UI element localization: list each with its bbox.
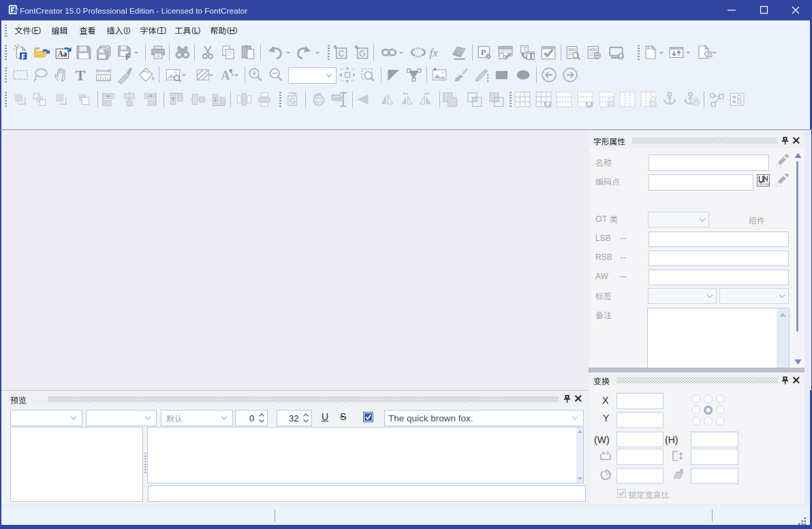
svg-text:abc: abc xyxy=(589,46,598,52)
svg-text:UNICODE: UNICODE xyxy=(758,183,770,186)
svg-text:C: C xyxy=(339,49,345,59)
svg-text:abc: abc xyxy=(568,46,577,52)
svg-text:fx: fx xyxy=(430,46,439,59)
svg-text:G: G xyxy=(290,97,296,105)
svg-text:G: G xyxy=(359,49,366,59)
svg-text:P: P xyxy=(481,48,486,57)
svg-text:T: T xyxy=(76,67,86,84)
svg-text:A: A xyxy=(221,69,230,82)
svg-text:T: T xyxy=(529,52,534,60)
svg-text:Aa: Aa xyxy=(58,50,67,58)
